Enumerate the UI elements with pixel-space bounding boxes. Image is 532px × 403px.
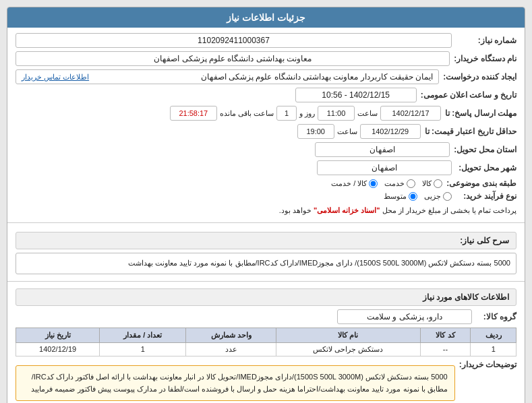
type-radio-3[interactable]: [369, 179, 378, 188]
buyer-org-value: معاونت بهداشتی دانشگاه علوم پزشکی اصفهان: [16, 51, 450, 66]
purchase-type-row: نوع فرآیند خرید: جزیی متوسط: [16, 191, 516, 201]
type-option-2: خدمت: [384, 179, 415, 188]
cell-name: دستکش جراحی لاتکس: [276, 342, 420, 356]
purchase-option-2: متوسط: [384, 192, 417, 201]
price-time-label: ساعت: [337, 127, 357, 136]
group-label: گروه کالا:: [476, 312, 516, 321]
reply-time-label: ساعت: [357, 109, 378, 118]
purchase-option-1-label: جزیی: [424, 192, 441, 201]
col-qty: تعداد / مقدار: [100, 328, 186, 342]
purchase-type-label: نوع فرآیند خرید:: [456, 191, 516, 201]
price-deadline-group: 1402/12/29 ساعت 19:00: [16, 124, 421, 139]
purchase-option-1: جزیی: [424, 192, 452, 201]
type-option-3: کالا / خدمت: [331, 179, 378, 188]
creator-text: ایمان حقیقت کاربردار معاونت بهداشتی دانش…: [201, 72, 434, 82]
reply-deadline-label: مهلت ارسال پاسخ: تا: [445, 108, 516, 118]
type-option-3-label: کالا / خدمت: [331, 179, 367, 188]
date-value: 1402/12/15 - 10:56: [295, 88, 417, 102]
info-section: شماره نیاز: 1102092411000367 نام دستگاه …: [7, 28, 525, 223]
col-row: ردیف: [471, 328, 516, 342]
items-table-header: ردیف کد کالا نام کالا واحد شمارش تعداد /…: [16, 328, 516, 342]
buyer-notes-row: توضیحات خریدار: 5000 بسته دستکش لاتکس (1…: [16, 360, 516, 403]
col-date: تاریخ نیاز: [16, 328, 100, 342]
reply-day-label: روز و: [299, 109, 315, 118]
reply-time-value: 11:00: [318, 106, 355, 121]
need-desc-text: 5000 بسته دستکش لاتکس (1500S 500L 3000M)…: [16, 253, 516, 274]
table-row: 1 -- دستکش جراحی لاتکس عدد 1 1402/12/19: [16, 342, 516, 356]
creator-label: ایجاد کننده درخواست:: [443, 72, 516, 82]
type-option-1: کالا: [422, 179, 442, 188]
price-date-value: 1402/12/29: [360, 124, 421, 139]
col-name: نام کالا: [276, 328, 420, 342]
items-title: اطلاعات کالاهای مورد نیاز: [16, 288, 516, 306]
type-row: طبقه بندی موضوعی: کالا خدمت کالا / خدمت: [16, 179, 516, 188]
type-radio-group: کالا خدمت کالا / خدمت: [16, 179, 442, 188]
type-radio-2[interactable]: [407, 179, 415, 188]
col-code: کد کالا: [420, 328, 471, 342]
creator-value: ایمان حقیقت کاربردار معاونت بهداشتی دانش…: [16, 69, 439, 84]
type-radio-1[interactable]: [434, 179, 442, 188]
need-number-label: شماره نیاز:: [456, 36, 516, 45]
price-time-value: 19:00: [297, 124, 334, 139]
group-row: گروه کالا: دارو، پزشکی و سلامت: [16, 309, 516, 324]
date-label: تاریخ و ساعت اعلان عمومی:: [421, 90, 516, 100]
cell-unit: عدد: [186, 342, 276, 356]
reply-deadline-group: 1402/12/17 ساعت 11:00 روز و 1 ساعت باقی …: [16, 106, 441, 121]
page-header: جزئیات اطلاعات نیاز: [7, 7, 525, 28]
need-desc-section: سرح کلی نیاز: 5000 بسته دستکش لاتکس (150…: [7, 223, 525, 282]
items-table-body: 1 -- دستکش جراحی لاتکس عدد 1 1402/12/19: [16, 342, 516, 356]
type-label: طبقه بندی موضوعی:: [446, 179, 516, 188]
buyer-org-row: نام دستگاه خریدار: معاونت بهداشتی دانشگا…: [16, 51, 516, 66]
col-unit: واحد شمارش: [186, 328, 276, 342]
province-value: اصفهان: [315, 142, 450, 157]
need-number-row: شماره نیاز: 1102092411000367: [16, 33, 516, 48]
items-section: اطلاعات کالاهای مورد نیاز گروه کالا: دار…: [7, 282, 525, 403]
cell-date: 1402/12/19: [16, 342, 100, 356]
contact-link[interactable]: اطلاعات تماس خریدار: [22, 73, 89, 82]
need-number-value: 1102092411000367: [16, 33, 452, 48]
buyer-notes-label: توضیحات خریدار:: [459, 360, 516, 369]
price-deadline-row: حداقل تاریخ اعتبار قیمت: تا 1402/12/29 س…: [16, 124, 516, 139]
reply-day-value: 1: [276, 106, 297, 121]
need-desc-title: سرح کلی نیاز:: [16, 232, 516, 249]
purchase-radio-1[interactable]: [443, 192, 452, 201]
city-label: شهر محل تحویل:: [456, 163, 516, 173]
type-option-2-label: خدمت: [384, 179, 405, 188]
city-row: شهر محل تحویل: اصفهان: [16, 160, 516, 175]
purchase-type-radio-group: جزیی متوسط: [16, 192, 452, 201]
reply-deadline-row: مهلت ارسال پاسخ: تا 1402/12/17 ساعت 11:0…: [16, 106, 516, 121]
creator-row: ایجاد کننده درخواست: ایمان حقیقت کاربردا…: [16, 69, 516, 84]
cell-code: --: [420, 342, 471, 356]
purchase-option-2-label: متوسط: [384, 192, 407, 201]
city-value: اصفهان: [317, 160, 452, 175]
cell-qty: 1: [100, 342, 186, 356]
purchase-radio-2[interactable]: [409, 192, 417, 201]
province-label: استان محل تحویل:: [454, 145, 516, 154]
cell-row: 1: [471, 342, 516, 356]
group-value: دارو، پزشکی و سلامت: [337, 309, 472, 324]
date-row: تاریخ و ساعت اعلان عمومی: 1402/12/15 - 1…: [16, 88, 516, 102]
items-table: ردیف کد کالا نام کالا واحد شمارش تعداد /…: [16, 328, 516, 356]
type-option-1-label: کالا: [422, 179, 432, 188]
price-deadline-label: حداقل تاریخ اعتبار قیمت: تا: [425, 127, 516, 136]
reply-date-value: 1402/12/17: [380, 106, 441, 121]
province-row: استان محل تحویل: اصفهان: [16, 142, 516, 157]
payment-note: پرداخت تمام یا بخشی از مبلغ خریدار از مح…: [16, 204, 516, 217]
reply-remaining-value: 21:58:17: [170, 106, 217, 121]
buyer-notes-box: 5000 بسته دستکش لاتکس (1500S 500L 3000M)…: [16, 365, 455, 401]
buyer-org-label: نام دستگاه خریدار:: [454, 54, 516, 63]
reply-remaining-label: ساعت باقی مانده: [220, 109, 274, 118]
